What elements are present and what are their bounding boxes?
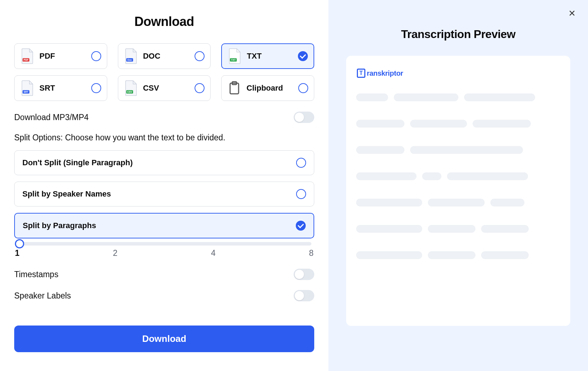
skeleton-bar	[473, 120, 531, 128]
radio-unchecked-icon	[91, 51, 101, 61]
skeleton-bar	[428, 225, 475, 233]
skeleton-bar	[481, 225, 529, 233]
close-icon	[568, 9, 576, 18]
format-option-doc[interactable]: Doc DOC	[118, 43, 211, 69]
skeleton-row	[356, 225, 560, 233]
slider-handle[interactable]	[15, 239, 24, 248]
radio-checked-icon	[296, 221, 306, 231]
slider-tick: 1	[15, 248, 20, 258]
download-media-row: Download MP3/MP4	[14, 112, 314, 123]
split-label: Split by Speaker Names	[22, 189, 111, 199]
radio-unchecked-icon	[195, 83, 205, 93]
slider-tick: 8	[309, 248, 314, 258]
format-label: CSV	[143, 84, 190, 93]
radio-unchecked-icon	[296, 189, 306, 199]
skeleton-preview	[356, 93, 560, 259]
speaker-labels-label: Speaker Labels	[14, 291, 71, 301]
split-label: Don't Split (Single Paragraph)	[22, 158, 133, 167]
download-media-label: Download MP3/MP4	[14, 113, 89, 122]
split-option-speaker[interactable]: Split by Speaker Names	[14, 182, 314, 206]
slider-tick: 2	[113, 248, 118, 258]
brand-text: ranskriptor	[367, 69, 403, 77]
skeleton-bar	[464, 93, 535, 101]
format-label: Clipboard	[246, 84, 293, 93]
download-button[interactable]: Download	[14, 326, 314, 352]
skeleton-row	[356, 120, 560, 128]
download-media-toggle[interactable]	[294, 112, 314, 123]
format-label: SRT	[39, 84, 86, 93]
preview-panel: Transcription Preview T ranskriptor	[328, 0, 588, 371]
radio-unchecked-icon	[195, 51, 205, 61]
skeleton-row	[356, 199, 560, 206]
speaker-labels-row: Speaker Labels	[14, 290, 314, 301]
brand-logo: T ranskriptor	[357, 69, 560, 78]
page-title: Download	[14, 14, 314, 29]
skeleton-bar	[356, 172, 416, 180]
brand-initial: T	[357, 69, 365, 78]
svg-text:PDF: PDF	[23, 59, 28, 61]
format-label: TXT	[247, 52, 293, 61]
svg-text:TXT: TXT	[231, 59, 236, 61]
svg-text:Doc: Doc	[127, 59, 132, 61]
skeleton-bar	[356, 225, 422, 233]
slider-track[interactable]	[17, 242, 311, 246]
skeleton-bar	[428, 251, 475, 259]
skeleton-bar	[356, 93, 388, 101]
split-heading: Split Options: Choose how you want the t…	[14, 133, 314, 143]
radio-unchecked-icon	[298, 83, 308, 93]
radio-unchecked-icon	[91, 83, 101, 93]
skeleton-bar	[356, 251, 422, 259]
skeleton-bar	[410, 146, 523, 154]
svg-text:SRT: SRT	[23, 91, 28, 93]
format-label: PDF	[39, 52, 86, 61]
timestamps-row: Timestamps	[14, 269, 314, 280]
file-doc-icon: Doc	[124, 48, 138, 64]
split-option-paragraphs[interactable]: Split by Paragraphs	[14, 213, 314, 238]
format-label: DOC	[143, 52, 190, 61]
slider-ticks: 1 2 4 8	[14, 248, 314, 258]
file-srt-icon: SRT	[20, 80, 34, 96]
skeleton-bar	[356, 199, 422, 206]
skeleton-bar	[490, 199, 524, 206]
skeleton-row	[356, 172, 560, 180]
skeleton-row	[356, 251, 560, 259]
format-grid: PDF PDF Doc DOC TXT TXT SRT SRT	[14, 43, 314, 101]
timestamps-label: Timestamps	[14, 270, 58, 279]
radio-checked-icon	[298, 51, 308, 61]
preview-card: T ranskriptor	[346, 56, 570, 326]
skeleton-bar	[422, 172, 441, 180]
skeleton-bar	[394, 93, 458, 101]
radio-unchecked-icon	[296, 158, 306, 168]
split-label: Split by Paragraphs	[23, 221, 96, 230]
slider-tick: 4	[211, 248, 216, 258]
format-option-srt[interactable]: SRT SRT	[14, 75, 107, 101]
clipboard-icon	[227, 81, 241, 95]
download-panel: Download PDF PDF Doc DOC TXT TXT	[0, 0, 328, 371]
file-csv-icon: CSV	[124, 80, 138, 96]
speaker-labels-toggle[interactable]	[294, 290, 314, 301]
preview-title: Transcription Preview	[346, 28, 570, 41]
format-option-csv[interactable]: CSV CSV	[118, 75, 211, 101]
file-pdf-icon: PDF	[20, 48, 34, 64]
skeleton-bar	[428, 199, 485, 206]
svg-text:CSV: CSV	[127, 91, 132, 93]
format-option-clipboard[interactable]: Clipboard	[221, 75, 314, 101]
split-option-single[interactable]: Don't Split (Single Paragraph)	[14, 150, 314, 175]
skeleton-bar	[447, 172, 528, 180]
skeleton-row	[356, 146, 560, 154]
format-option-pdf[interactable]: PDF PDF	[14, 43, 107, 69]
close-button[interactable]	[567, 9, 577, 19]
file-txt-icon: TXT	[228, 48, 242, 64]
skeleton-bar	[481, 251, 529, 259]
skeleton-bar	[356, 146, 404, 154]
timestamps-toggle[interactable]	[294, 269, 314, 280]
skeleton-bar	[410, 120, 467, 128]
paragraph-slider: 1 2 4 8	[14, 242, 314, 258]
skeleton-row	[356, 93, 560, 101]
skeleton-bar	[356, 120, 404, 128]
format-option-txt[interactable]: TXT TXT	[221, 43, 314, 69]
